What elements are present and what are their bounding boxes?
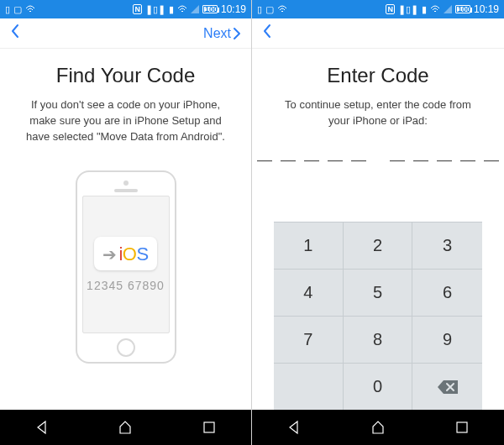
navbar [252,18,504,49]
status-time: 10:19 [221,3,246,15]
android-home-button[interactable] [361,411,395,444]
android-status-bar: ▯ ▢ N ❚▯❚ ▮ 100 10:19 [252,0,504,18]
android-nav-bar [252,410,504,445]
battery-icon: 100 [455,5,470,13]
android-recents-button[interactable] [192,411,226,444]
arrow-right-icon: ➔ [102,244,117,264]
cell-signal-icon [191,5,199,13]
ios-logo-text: iOS [118,243,148,265]
page-subtitle: To continue setup, enter the code from y… [274,97,482,129]
portrait-lock-icon: ▯ [5,4,10,15]
android-home-button[interactable] [108,411,142,444]
backspace-icon [437,380,459,395]
android-recents-button[interactable] [445,411,479,444]
key-3[interactable]: 3 [412,222,482,269]
page-subtitle: If you don't see a code on your iPhone, … [22,97,229,145]
svg-rect-1 [457,422,467,432]
android-status-bar: ▯ ▢ N ❚▯❚ ▮ 100 10:19 [0,0,251,18]
key-1[interactable]: 1 [274,222,344,269]
vibrate-icon: ❚▯❚ [398,4,418,15]
code-slot: — [389,151,406,169]
key-5[interactable]: 5 [344,269,413,316]
move-to-ios-icon: ➔ iOS [94,237,156,270]
code-slot: — [350,151,367,169]
code-slot: — [327,151,344,169]
key-backspace[interactable] [412,363,482,410]
gallery-icon: ▢ [265,4,274,15]
gallery-icon: ▢ [13,4,22,15]
key-0[interactable]: 0 [344,363,413,410]
key-7[interactable]: 7 [274,316,344,363]
nfc-icon: N [133,4,142,14]
code-slot: — [303,151,320,169]
back-button[interactable] [10,24,20,43]
vibrate-icon: ❚▯❚ [145,4,165,15]
code-slot: — [436,151,453,169]
battery-icon: 100 [202,5,218,13]
portrait-lock-icon: ▯ [257,4,262,15]
code-slot: — [256,151,273,169]
screen-find-your-code: ▯ ▢ N ❚▯❚ ▮ 100 10:19 Next [0,0,252,445]
numeric-keypad: 1 2 3 4 5 6 7 8 9 0 [274,222,482,410]
next-button-label: Next [203,26,231,41]
nfc-icon: N [386,4,395,14]
code-slot: — [280,151,297,169]
code-input[interactable]: — — — — — — — — — — [256,151,500,169]
content-area: Enter Code To continue setup, enter the … [252,49,504,410]
wifi-icon [25,5,35,13]
iphone-illustration: ➔ iOS 12345 67890 [76,170,176,364]
wifi-signal-icon [430,5,440,13]
sample-code-text: 12345 67890 [87,279,165,292]
android-nav-bar [0,410,251,445]
key-2[interactable]: 2 [344,222,413,269]
key-6[interactable]: 6 [412,269,482,316]
wifi-icon [277,5,287,13]
page-title: Enter Code [327,64,428,87]
page-title: Find Your Code [56,64,195,87]
android-back-button[interactable] [277,411,311,444]
key-4[interactable]: 4 [274,269,344,316]
content-area: Find Your Code If you don't see a code o… [0,49,251,410]
sim-icon: ▮ [169,4,174,15]
home-button-icon [117,338,135,357]
chevron-right-icon [233,27,241,40]
key-blank [274,363,344,410]
next-button[interactable]: Next [203,26,241,41]
status-time: 10:19 [474,3,499,15]
cell-signal-icon [444,5,452,13]
back-button[interactable] [262,24,272,43]
android-back-button[interactable] [25,411,59,444]
wifi-signal-icon [177,5,187,13]
sim-icon: ▮ [422,4,427,15]
key-9[interactable]: 9 [412,316,482,363]
code-slot: — [459,151,476,169]
code-slot: — [483,151,500,169]
code-slot: — [412,151,429,169]
svg-rect-0 [204,422,214,432]
key-8[interactable]: 8 [344,316,413,363]
navbar: Next [0,18,251,49]
screen-enter-code: ▯ ▢ N ❚▯❚ ▮ 100 10:19 En [252,0,504,445]
